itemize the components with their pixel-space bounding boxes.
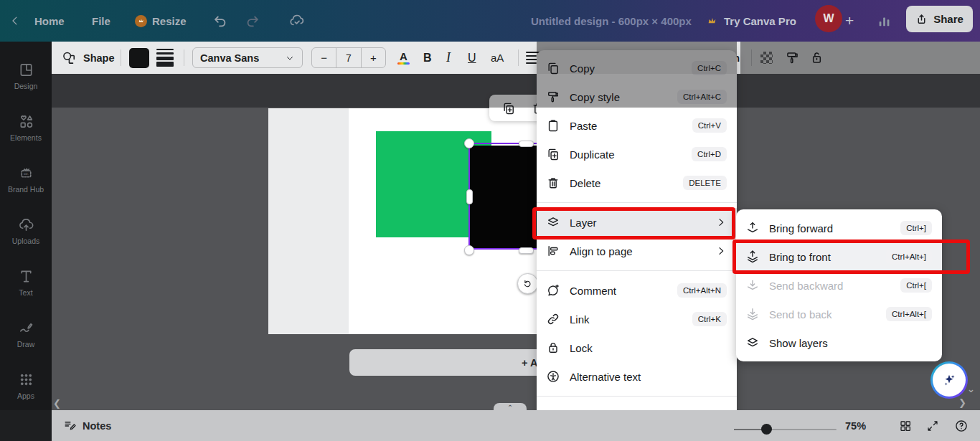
chevron-down-icon bbox=[285, 53, 295, 63]
menu-item-align-to-page[interactable]: Align to page bbox=[537, 237, 737, 265]
font-family-select[interactable]: Canva Sans bbox=[192, 47, 303, 68]
crown-icon bbox=[135, 15, 147, 27]
font-size-increase[interactable]: + bbox=[362, 48, 385, 67]
menu-item-copy-style[interactable]: Copy styleCtrl+Alt+C bbox=[537, 82, 737, 111]
sidebar-item-uploads[interactable]: Uploads bbox=[0, 205, 52, 257]
back-icon[interactable] bbox=[9, 0, 22, 42]
resize-handle-bottom[interactable] bbox=[519, 247, 534, 254]
menu-item-comment[interactable]: CommentCtrl+Alt+N bbox=[537, 276, 737, 305]
resize-button[interactable]: Resize bbox=[135, 0, 187, 42]
shape-icon bbox=[61, 50, 77, 66]
zoom-slider[interactable] bbox=[734, 429, 837, 430]
scroll-down-icon[interactable]: ⌄ bbox=[967, 384, 975, 394]
share-button[interactable]: Share bbox=[906, 6, 973, 32]
grid-view-icon[interactable] bbox=[899, 419, 912, 432]
editor-toolbar: Shape Canva Sans − 7 + A B I U aA bbox=[52, 42, 980, 74]
resize-handle-top[interactable] bbox=[519, 141, 534, 147]
sidebar-item-draw[interactable]: Draw bbox=[0, 308, 52, 360]
transparency-icon[interactable] bbox=[760, 52, 773, 64]
resize-handle-top-left[interactable] bbox=[464, 138, 474, 148]
resize-handle-left[interactable] bbox=[466, 189, 473, 204]
font-size-value[interactable]: 7 bbox=[336, 48, 361, 67]
menu-item-alternative-text[interactable]: Alternative text bbox=[537, 362, 737, 391]
shape-button[interactable]: Shape bbox=[61, 42, 115, 74]
text-color-button[interactable]: A bbox=[397, 42, 410, 74]
letter-case-button[interactable]: aA bbox=[491, 42, 504, 74]
menu-item-duplicate[interactable]: DuplicateCtrl+D bbox=[537, 140, 737, 169]
redo-icon[interactable] bbox=[245, 0, 260, 42]
notes-button[interactable]: Notes bbox=[63, 410, 111, 441]
italic-button[interactable]: I bbox=[446, 42, 451, 74]
lock-icon bbox=[546, 341, 560, 355]
add-member-button[interactable]: + bbox=[845, 0, 854, 42]
sidebar-footer bbox=[0, 410, 52, 441]
design-title[interactable]: Untitled design - 600px × 400px bbox=[531, 0, 692, 42]
footer-bar: Notes 75% bbox=[52, 410, 980, 441]
rotate-handle[interactable] bbox=[517, 273, 538, 294]
crown-gold-icon bbox=[707, 15, 718, 27]
design-icon bbox=[18, 62, 34, 78]
sidebar-item-brand-hub[interactable]: co. Brand Hub bbox=[0, 153, 52, 205]
fill-color-swatch[interactable] bbox=[129, 48, 149, 68]
sidebar-item-design[interactable]: Design bbox=[0, 50, 52, 102]
layers-icon bbox=[546, 215, 560, 229]
fullscreen-icon[interactable] bbox=[926, 419, 939, 432]
insights-icon[interactable] bbox=[877, 0, 892, 42]
sidebar-item-text[interactable]: Text bbox=[0, 257, 52, 308]
menu-item-paste[interactable]: PasteCtrl+V bbox=[537, 111, 737, 140]
zoom-level[interactable]: 75% bbox=[845, 410, 866, 441]
canva-assistant-button[interactable] bbox=[930, 361, 968, 399]
uploads-icon bbox=[18, 217, 34, 233]
help-icon[interactable] bbox=[954, 419, 969, 433]
scroll-right-icon[interactable]: ❯ bbox=[958, 397, 966, 408]
submenu-item-bring-forward[interactable]: Bring forwardCtrl+] bbox=[736, 214, 942, 242]
submenu-item-bring-to-front[interactable]: Bring to frontCtrl+Alt+] bbox=[736, 242, 942, 271]
sidebar-item-elements[interactable]: Elements bbox=[0, 102, 52, 153]
chevron-right-icon bbox=[715, 217, 727, 228]
cloud-saved-icon bbox=[288, 0, 306, 42]
footer-collapse-tab[interactable]: ⌃ bbox=[494, 403, 527, 410]
text-icon bbox=[18, 268, 34, 285]
page-dim-strip bbox=[268, 108, 349, 334]
rotate-icon bbox=[522, 278, 533, 289]
bold-button[interactable]: B bbox=[423, 42, 432, 74]
undo-icon[interactable] bbox=[212, 0, 228, 42]
underline-button[interactable]: U bbox=[468, 42, 476, 74]
file-button[interactable]: File bbox=[92, 0, 110, 42]
sidebar-item-apps[interactable]: Apps bbox=[0, 360, 52, 412]
menu-item-layer[interactable]: Layer bbox=[537, 208, 737, 237]
font-size-stepper: − 7 + bbox=[311, 47, 386, 68]
home-button[interactable]: Home bbox=[34, 0, 65, 42]
resize-handle-bottom-left[interactable] bbox=[464, 245, 474, 255]
align-icon bbox=[546, 244, 560, 258]
try-canva-pro-button[interactable]: Try Canva Pro bbox=[707, 0, 796, 42]
svg-text:co.: co. bbox=[23, 171, 28, 176]
send-backward-icon bbox=[745, 278, 760, 293]
notes-icon bbox=[63, 419, 77, 432]
bring-forward-icon bbox=[745, 221, 760, 235]
layer-submenu: Bring forwardCtrl+] Bring to frontCtrl+A… bbox=[736, 209, 942, 361]
font-size-decrease[interactable]: − bbox=[312, 48, 336, 67]
lock-toolbar-icon[interactable] bbox=[809, 42, 824, 74]
copy-style-toolbar-icon[interactable] bbox=[785, 42, 800, 74]
link-icon bbox=[546, 312, 560, 326]
submenu-item-send-backward[interactable]: Send backwardCtrl+[ bbox=[736, 271, 942, 300]
menu-item-delete[interactable]: DeleteDELETE bbox=[537, 169, 737, 197]
menu-item-lock[interactable]: Lock bbox=[537, 333, 737, 362]
paint-roller-icon bbox=[785, 50, 800, 65]
submenu-item-send-to-back[interactable]: Send to backCtrl+Alt+[ bbox=[736, 300, 942, 328]
submenu-item-show-layers[interactable]: Show layers bbox=[736, 328, 942, 357]
lock-open-icon bbox=[809, 50, 824, 65]
avatar[interactable]: W bbox=[815, 5, 842, 32]
border-style-button[interactable] bbox=[156, 42, 174, 74]
menu-divider bbox=[537, 270, 737, 271]
apps-icon bbox=[18, 371, 34, 388]
show-layers-icon bbox=[745, 336, 760, 350]
menu-item-copy[interactable]: CopyCtrl+C bbox=[537, 54, 737, 82]
menu-divider bbox=[537, 396, 737, 397]
scroll-left-icon[interactable]: ❮ bbox=[53, 398, 61, 409]
duplicate-icon[interactable] bbox=[501, 101, 516, 115]
zoom-slider-knob[interactable] bbox=[761, 424, 772, 435]
menu-item-link[interactable]: LinkCtrl+K bbox=[537, 305, 737, 333]
duplicate-icon bbox=[546, 147, 560, 161]
